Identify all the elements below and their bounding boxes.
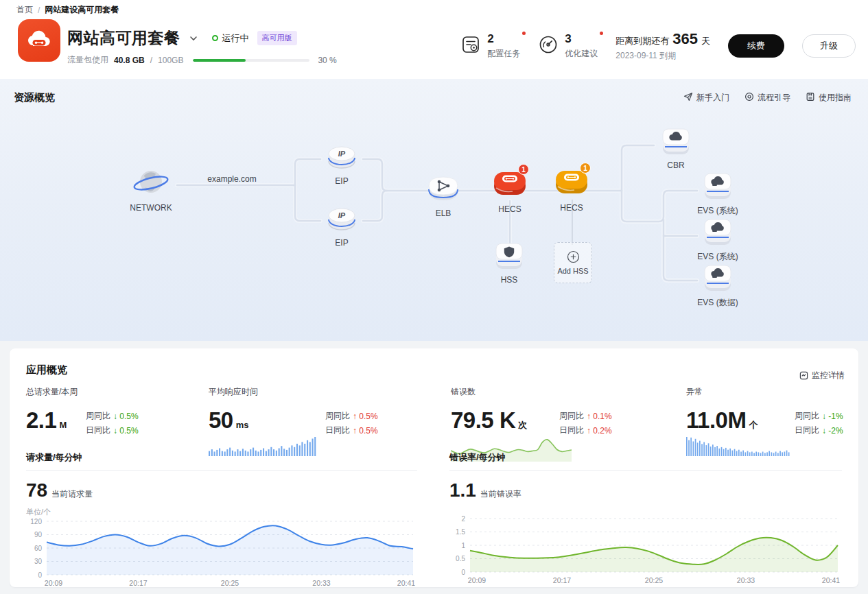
alert-count-badge: 1 [580,163,591,174]
add-hss-button[interactable]: Add HSS [554,242,592,283]
topology-node-cbr[interactable]: CBR [638,126,714,170]
plus-icon [567,250,580,263]
node-label: NETWORK [113,203,189,213]
metric-value: 11.0M [686,407,746,433]
metric-label: 总请求量/本周 [26,386,78,398]
expiry-date: 2023-09-11 [615,51,657,60]
metric-label: 异常 [686,386,790,398]
node-label: EVS (系统) [680,205,755,217]
svg-text:20:33: 20:33 [737,576,755,584]
svg-text:1: 1 [461,542,465,549]
chart-current-label: 当前错误率 [480,488,521,500]
svg-text:20:33: 20:33 [312,579,330,587]
chart-current-value: 1.1 [449,479,476,501]
suggestions-label: 优化建议 [565,48,598,60]
chart-panel-0: 请求量/每分钟 78 当前请求量 单位/个030609012020:0920:1… [26,451,417,591]
topology-node-evs-2[interactable]: EVS (系统) [680,216,755,263]
expiry-suffix: 到期 [659,51,676,60]
evs-icon [699,216,736,250]
resource-overview-section: 资源概览 新手入门流程引导使用指南 example.com NETWORK IP… [0,79,868,341]
svg-text:IP: IP [338,150,346,158]
traffic-progress-bar [193,59,309,62]
chart-title: 请求量/每分钟 [26,451,417,471]
node-label: HECS [534,203,609,213]
version-badge: 高可用版 [257,31,297,45]
globe-icon [132,165,170,202]
breadcrumb-home[interactable]: 首页 [16,4,33,16]
node-label: HSS [471,275,547,285]
svg-text:20:41: 20:41 [397,579,415,587]
hecs-red-icon: 1 [489,167,530,204]
metric-changes-0: 周同比↓ 0.5%日同比↓ 0.5% [86,409,139,438]
svg-text:20:25: 20:25 [221,579,239,587]
metric-changes-3: 周同比↓ -1%日同比↓ -2% [795,409,843,438]
topology-node-evs-1[interactable]: EVS (系统) [680,170,755,217]
svg-text:0: 0 [38,571,42,579]
change-value: ↓ 0.5% [113,412,139,421]
metric-unit: M [59,420,67,430]
application-overview-section: 应用概览 监控详情 总请求量/本周 2.1 M 周同比↓ 0.5%日同比↓ 0.… [0,341,868,594]
node-label: EIP [304,176,379,186]
breadcrumb-separator: / [38,5,40,15]
change-value: ↑ 0.5% [353,412,378,421]
topology-node-network[interactable]: NETWORK [113,165,189,213]
evs-icon [699,170,736,204]
config-tasks-stat[interactable]: 2 配置任务 [460,33,520,60]
expiry-unit: 天 [701,35,710,47]
metric-unit: ms [236,420,249,430]
notification-dot-icon [600,32,603,35]
optimization-suggestions-stat[interactable]: 3 优化建议 [538,33,598,60]
traffic-used: 40.8 GB [114,56,145,65]
metric-value: 2.1 [26,407,56,433]
chart-unit-label: 单位/个 [26,507,417,517]
metric-unit: 个 [749,419,758,431]
topology-diagram: example.com NETWORK IP EIP IP EIP ELB 1 … [0,79,868,341]
node-label: EVS (系统) [680,251,755,263]
cloud-logo-icon [25,27,53,54]
metric-changes-1: 周同比↑ 0.5%日同比↑ 0.5% [325,409,378,438]
topology-node-elb[interactable]: ELB [406,171,481,218]
svg-text:2: 2 [461,515,465,523]
svg-text:20:17: 20:17 [129,579,147,587]
alert-count-badge: 1 [518,164,529,175]
traffic-prefix: 流量包使用 [67,54,108,66]
topology-node-eip-1[interactable]: IP EIP [304,139,379,186]
topology-node-eip-2[interactable]: IP EIP [304,200,379,248]
metric-unit: 次 [518,419,527,431]
expiry-prefix: 距离到期还有 [615,35,669,47]
change-value: ↓ -1% [822,412,843,421]
topology-node-hecs-2[interactable]: 1 HECS [534,165,609,213]
metric-0: 总请求量/本周 2.1 M [26,386,78,436]
expiry-days: 365 [672,30,698,48]
svg-text:20:17: 20:17 [553,576,571,584]
svg-text:20:25: 20:25 [645,576,663,584]
breadcrumb-current: 网站建设高可用套餐 [45,4,119,16]
topology-node-hss[interactable]: HSS [471,240,547,285]
chart-current-value: 78 [26,479,47,501]
config-tasks-label: 配置任务 [487,48,520,60]
line-chart: 00.511.5220:0920:1720:2520:3320:41 [449,514,842,586]
upgrade-button[interactable]: 升级 [802,34,856,58]
node-label: CBR [638,161,714,170]
traffic-usage: 流量包使用 40.8 GB / 100GB 30 % [67,54,337,66]
svg-text:90: 90 [34,531,43,538]
suggestions-count: 3 [565,33,598,45]
svg-text:20:09: 20:09 [468,576,486,584]
breadcrumb: 首页 / 网站建设高可用套餐 [16,4,119,16]
expiry-info: 距离到期还有 365 天 2023-09-11 到期 [615,30,710,62]
svg-text:30: 30 [34,558,43,565]
evs-icon [699,262,736,296]
chevron-down-icon[interactable] [189,34,198,43]
monitor-details-link[interactable]: 监控详情 [799,370,845,381]
metric-changes-2: 周同比↑ 0.1%日同比↑ 0.2% [559,409,612,438]
product-logo [18,19,60,62]
cbr-icon [657,126,694,160]
renew-button[interactable]: 续费 [728,34,784,58]
status-badge: 运行中 [212,32,249,45]
svg-text:120: 120 [30,518,42,525]
hss-icon [491,240,528,274]
svg-text:1.5: 1.5 [456,528,465,536]
topology-node-evs-3[interactable]: EVS (数据) [680,262,755,309]
monitor-icon [799,371,808,380]
page-title: 网站高可用套餐 [67,27,180,49]
